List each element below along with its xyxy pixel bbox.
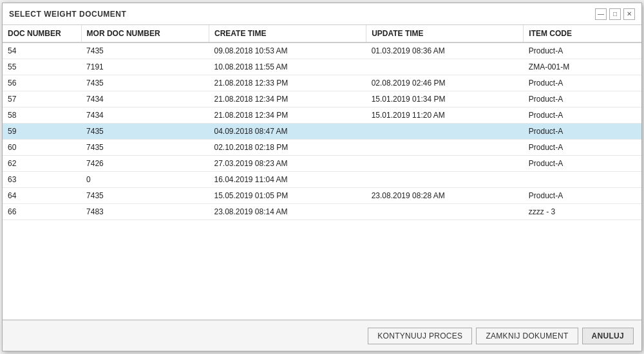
table-cell: 7435: [81, 42, 209, 59]
main-window: SELECT WEIGHT DOCUMENT — □ ✕ DOC NUMBER …: [2, 3, 642, 351]
col-header-item: ITEM CODE: [524, 25, 641, 42]
table-row[interactable]: 54743509.08.2018 10:53 AM01.03.2019 08:3…: [3, 42, 641, 59]
table-row[interactable]: 58743421.08.2018 12:34 PM15.01.2019 11:2…: [3, 107, 641, 124]
table-row[interactable]: 60743502.10.2018 02:18 PMProduct-A: [3, 140, 641, 156]
table-cell: Product-A: [524, 42, 641, 59]
table-cell: Product-A: [524, 124, 641, 140]
table-cell: 7426: [81, 156, 209, 172]
table-cell: [366, 204, 524, 220]
table-cell: Product-A: [524, 140, 641, 156]
table-cell: 7191: [81, 59, 209, 75]
table-cell: 01.03.2019 08:36 AM: [366, 42, 524, 59]
table-row[interactable]: 62742627.03.2019 08:23 AMProduct-A: [3, 156, 641, 172]
table-cell: 60: [3, 140, 81, 156]
table-cell: [366, 172, 524, 188]
window-controls: — □ ✕: [595, 8, 635, 20]
table-cell: 15.01.2019 11:20 AM: [366, 107, 524, 124]
table-cell: 62: [3, 156, 81, 172]
table-row[interactable]: 63016.04.2019 11:04 AM: [3, 172, 641, 188]
table-cell: [366, 59, 524, 75]
table-cell: 7434: [81, 91, 209, 107]
table-cell: 7435: [81, 140, 209, 156]
col-header-create: CREATE TIME: [209, 25, 366, 42]
data-table: DOC NUMBER MOR DOC NUMBER CREATE TIME UP…: [3, 25, 641, 220]
table-cell: 56: [3, 75, 81, 91]
table-row[interactable]: 56743521.08.2018 12:33 PM02.08.2019 02:4…: [3, 75, 641, 91]
table-cell: 21.08.2018 12:34 PM: [209, 91, 366, 107]
table-cell: 54: [3, 42, 81, 59]
zamknij-button[interactable]: ZAMKNIJ DOKUMENT: [476, 328, 578, 344]
table-cell: 55: [3, 59, 81, 75]
anuluj-button[interactable]: ANULUJ: [582, 328, 634, 344]
table-cell: 16.04.2019 11:04 AM: [209, 172, 366, 188]
table-cell: 09.08.2018 10:53 AM: [209, 42, 366, 59]
kontynuuj-button[interactable]: KONTYNUUJ PROCES: [368, 328, 472, 344]
table-cell: 7434: [81, 107, 209, 124]
window-title: SELECT WEIGHT DOCUMENT: [9, 10, 126, 19]
table-cell: 57: [3, 91, 81, 107]
table-cell: 04.09.2018 08:47 AM: [209, 124, 366, 140]
table-cell: 21.08.2018 12:34 PM: [209, 107, 366, 124]
table-cell: Product-A: [524, 156, 641, 172]
table-cell: Product-A: [524, 188, 641, 204]
title-bar: SELECT WEIGHT DOCUMENT — □ ✕: [3, 3, 641, 25]
table-cell: 7435: [81, 188, 209, 204]
table-cell: 27.03.2019 08:23 AM: [209, 156, 366, 172]
table-cell: [366, 124, 524, 140]
table-container: DOC NUMBER MOR DOC NUMBER CREATE TIME UP…: [3, 25, 641, 320]
col-header-doc: DOC NUMBER: [3, 25, 81, 42]
table-cell: 7483: [81, 204, 209, 220]
table-cell: zzzz - 3: [524, 204, 641, 220]
table-cell: ZMA-001-M: [524, 59, 641, 75]
table-row[interactable]: 59743504.09.2018 08:47 AMProduct-A: [3, 124, 641, 140]
table-cell: [366, 140, 524, 156]
table-cell: 7435: [81, 75, 209, 91]
table-cell: 10.08.2018 11:55 AM: [209, 59, 366, 75]
table-cell: 15.05.2019 01:05 PM: [209, 188, 366, 204]
table-cell: Product-A: [524, 91, 641, 107]
table-cell: [524, 172, 641, 188]
table-cell: 02.08.2019 02:46 PM: [366, 75, 524, 91]
footer: KONTYNUUJ PROCES ZAMKNIJ DOKUMENT ANULUJ: [3, 320, 641, 351]
table-row[interactable]: 55719110.08.2018 11:55 AMZMA-001-M: [3, 59, 641, 75]
table-cell: Product-A: [524, 107, 641, 124]
table-cell: 23.08.2019 08:28 AM: [366, 188, 524, 204]
table-body: 54743509.08.2018 10:53 AM01.03.2019 08:3…: [3, 42, 641, 220]
table-cell: 63: [3, 172, 81, 188]
table-cell: 58: [3, 107, 81, 124]
col-header-mor: MOR DOC NUMBER: [81, 25, 209, 42]
table-cell: 66: [3, 204, 81, 220]
table-cell: 7435: [81, 124, 209, 140]
table-cell: 64: [3, 188, 81, 204]
table-cell: 02.10.2018 02:18 PM: [209, 140, 366, 156]
table-cell: 0: [81, 172, 209, 188]
table-row[interactable]: 64743515.05.2019 01:05 PM23.08.2019 08:2…: [3, 188, 641, 204]
table-row[interactable]: 57743421.08.2018 12:34 PM15.01.2019 01:3…: [3, 91, 641, 107]
close-button[interactable]: ✕: [623, 8, 635, 20]
table-header: DOC NUMBER MOR DOC NUMBER CREATE TIME UP…: [3, 25, 641, 42]
restore-button[interactable]: □: [609, 8, 621, 20]
minimize-button[interactable]: —: [595, 8, 607, 20]
table-row[interactable]: 66748323.08.2019 08:14 AMzzzz - 3: [3, 204, 641, 220]
table-cell: [366, 156, 524, 172]
table-cell: 15.01.2019 01:34 PM: [366, 91, 524, 107]
table-cell: 59: [3, 124, 81, 140]
table-cell: 23.08.2019 08:14 AM: [209, 204, 366, 220]
table-cell: 21.08.2018 12:33 PM: [209, 75, 366, 91]
col-header-update: UPDATE TIME: [366, 25, 524, 42]
table-cell: Product-A: [524, 75, 641, 91]
